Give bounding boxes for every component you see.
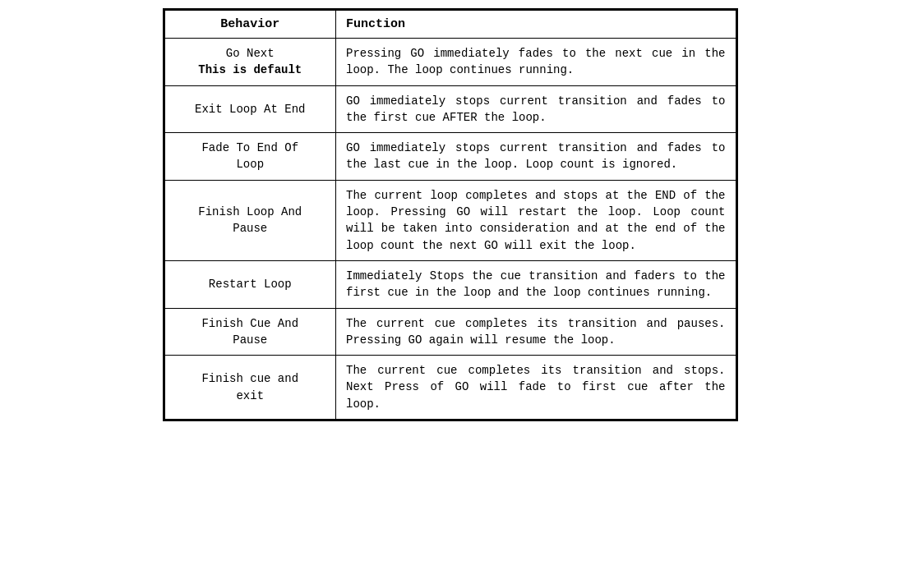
- function-cell: The current cue completes its transition…: [336, 356, 736, 420]
- function-cell: GO immediately stops current transition …: [336, 85, 736, 133]
- table-row: Finish cue andexit The current cue compl…: [164, 356, 736, 420]
- table-row: Finish Loop AndPause The current loop co…: [164, 180, 736, 260]
- table-row: Restart Loop Immediately Stops the cue t…: [164, 260, 736, 308]
- behavior-cell: Go Next This is default: [164, 39, 336, 86]
- main-table-wrapper: Behavior Function Go Next This is defaul…: [163, 8, 738, 421]
- function-cell: GO immediately stops current transition …: [336, 133, 736, 181]
- table-row: Fade To End OfLoop GO immediately stops …: [164, 133, 736, 181]
- behavior-cell: Finish Loop AndPause: [164, 180, 336, 260]
- table-row: Go Next This is default Pressing GO imme…: [164, 39, 736, 86]
- table-row: Exit Loop At End GO immediately stops cu…: [164, 85, 736, 133]
- header-behavior: Behavior: [164, 11, 336, 39]
- behavior-cell: Fade To End OfLoop: [164, 133, 336, 181]
- behavior-cell: Finish cue andexit: [164, 356, 336, 420]
- function-cell: The current cue completes its transition…: [336, 308, 736, 356]
- behavior-cell: Exit Loop At End: [164, 85, 336, 133]
- function-cell: Immediately Stops the cue transition and…: [336, 260, 736, 308]
- behavior-cell: Finish Cue AndPause: [164, 308, 336, 356]
- behavior-table: Behavior Function Go Next This is defaul…: [164, 10, 736, 420]
- behavior-cell: Restart Loop: [164, 260, 336, 308]
- function-cell: The current loop completes and stops at …: [336, 180, 736, 260]
- behavior-default-label: This is default: [198, 63, 302, 76]
- table-header-row: Behavior Function: [164, 11, 736, 39]
- header-function: Function: [336, 11, 736, 39]
- table-row: Finish Cue AndPause The current cue comp…: [164, 308, 736, 356]
- function-cell: Pressing GO immediately fades to the nex…: [336, 39, 736, 86]
